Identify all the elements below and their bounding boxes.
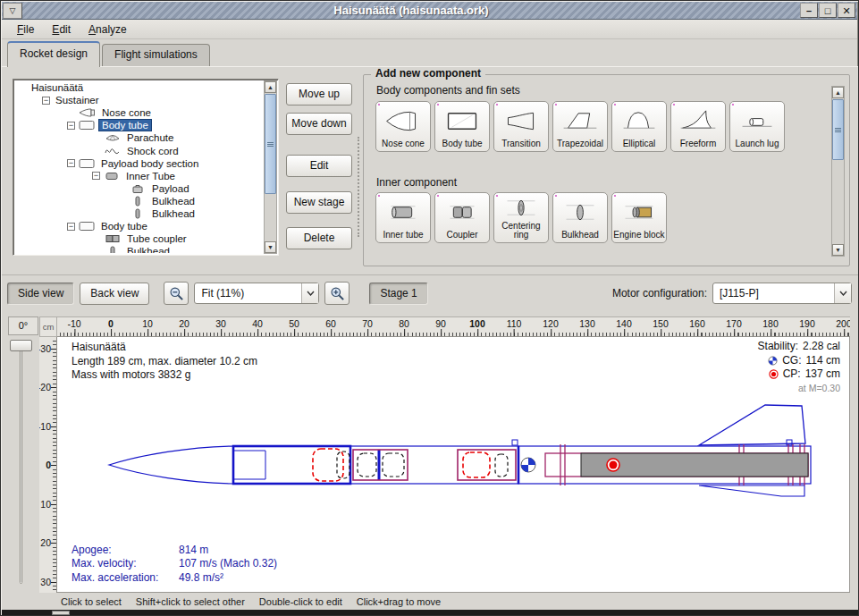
tree-item-payload[interactable]: Payload <box>15 182 263 195</box>
menu-file[interactable]: File <box>9 21 42 38</box>
freeform-icon <box>671 102 725 139</box>
tree-item-parachute[interactable]: Parachute <box>15 131 263 144</box>
tree-item-sustainer[interactable]: −Sustainer <box>15 94 263 106</box>
tree-scrollbar-thumb[interactable] <box>265 94 276 194</box>
expand-toggle[interactable]: − <box>67 122 75 130</box>
new-stage-button[interactable]: New stage <box>286 191 352 214</box>
add-transition-button[interactable]: Transition <box>493 101 549 152</box>
rocket-canvas[interactable]: Haisunäätä Length 189 cm, max. diameter … <box>57 337 850 593</box>
add-nose-cone-button[interactable]: Nose cone <box>375 101 431 152</box>
component-button-label: Inner tube <box>383 231 423 240</box>
expand-toggle[interactable]: − <box>67 159 75 167</box>
add-trapezoidal-button[interactable]: Trapezoidal <box>552 101 608 152</box>
nose-cone-shape[interactable] <box>109 446 233 484</box>
add-bulkhead-button[interactable]: Bulkhead <box>552 192 608 243</box>
tab-flight-simulations[interactable]: Flight simulations <box>102 44 210 66</box>
panel-splitter[interactable] <box>358 137 360 237</box>
body-tube-1[interactable] <box>233 446 350 484</box>
add-launch-lug-button[interactable]: Launch lug <box>729 101 785 152</box>
view-toolbar: Side view Back view Fit (11%) Stage 1 M <box>7 280 852 307</box>
motor-configuration-value: [J115-P] <box>713 287 834 300</box>
h-ruler-tick-110: 110 <box>507 318 522 329</box>
h-ruler-tick-150: 150 <box>653 318 669 329</box>
maximize-button[interactable]: □ <box>819 3 837 18</box>
inner-tube-contents-outline[interactable] <box>383 453 404 477</box>
stage-1-button[interactable]: Stage 1 <box>369 283 427 305</box>
shock-cord-2-outline[interactable] <box>495 454 508 477</box>
h-ruler-tick-140: 140 <box>616 318 632 329</box>
tree-item-body-tube[interactable]: −Body tube <box>15 119 263 131</box>
bulkhead-icon <box>129 208 147 219</box>
delete-button[interactable]: Delete <box>286 227 352 249</box>
expand-toggle[interactable]: − <box>42 97 50 105</box>
window-menu-button[interactable]: ▽ <box>3 3 22 19</box>
add-elliptical-button[interactable]: Elliptical <box>611 101 667 152</box>
add-coupler-button[interactable]: Coupler <box>434 192 490 243</box>
edit-button[interactable]: Edit <box>286 155 352 177</box>
fin-lower[interactable] <box>699 485 804 496</box>
rotation-slider-handle[interactable] <box>10 340 32 351</box>
motor-configuration-select[interactable]: [J115-P] <box>712 283 852 304</box>
component-panel-scrollbar-thumb[interactable] <box>832 99 844 160</box>
h-ruler-tick-160: 160 <box>689 318 705 329</box>
add-freeform-button[interactable]: Freeform <box>670 101 726 152</box>
tab-rocket-design[interactable]: Rocket design <box>7 41 100 67</box>
tree-item-label: Sustainer <box>53 95 102 105</box>
expand-toggle[interactable]: − <box>92 172 100 180</box>
body-components-label: Body components and fin sets <box>376 84 520 97</box>
zoom-in-icon <box>330 286 345 301</box>
zoom-in-button[interactable] <box>324 282 349 305</box>
view-panel: Side view Back view Fit (11%) Stage 1 M <box>2 274 859 593</box>
tree-item-bulkhead[interactable]: Bulkhead <box>15 195 263 207</box>
menu-analyze[interactable]: Analyze <box>80 21 135 38</box>
side-view-button[interactable]: Side view <box>7 283 74 305</box>
expand-toggle[interactable]: − <box>67 223 75 231</box>
tree-item-shock-cord[interactable]: Shock cord <box>15 144 263 156</box>
launch-lug-1[interactable] <box>512 440 518 445</box>
h-ruler-tick-10: 10 <box>142 318 153 329</box>
tree-item-bulkhead[interactable]: Bulkhead <box>15 207 263 220</box>
rocket-mass: Mass with motors 3832 g <box>72 368 257 383</box>
rotation-slider[interactable] <box>20 349 22 584</box>
scroll-up-icon[interactable]: ▲ <box>832 87 844 98</box>
add-engine-block-button[interactable]: Engine block <box>611 192 667 243</box>
tree-scrollbar[interactable]: ▲ ▼ <box>264 80 277 254</box>
maximize-icon: □ <box>825 6 831 15</box>
launch-lug-2[interactable] <box>787 440 792 445</box>
component-button-label: Centering ring <box>494 222 548 240</box>
payload-body-section[interactable] <box>350 446 518 484</box>
tree-item-inner-tube[interactable]: −Inner Tube <box>15 170 263 182</box>
h-ruler-tick-180: 180 <box>762 318 779 329</box>
add-body-tube-button[interactable]: Body tube <box>434 101 490 152</box>
tree-item-body-tube[interactable]: −Body tube <box>15 220 263 232</box>
tree-item-bulkhead[interactable]: Bulkhead <box>15 245 263 253</box>
minimize-button[interactable]: – <box>800 3 818 18</box>
zoom-select[interactable]: Fit (11%) <box>194 283 319 304</box>
scroll-down-icon[interactable]: ▼ <box>265 241 276 253</box>
tree-item-nose-cone[interactable]: Nose cone <box>15 106 263 119</box>
tree-item-tube-coupler[interactable]: Tube coupler <box>15 232 263 245</box>
scroll-up-icon[interactable]: ▲ <box>265 81 276 93</box>
add-inner-tube-button[interactable]: Inner tube <box>375 192 431 243</box>
close-button[interactable]: ✕ <box>838 3 855 18</box>
move-up-button[interactable]: Move up <box>286 83 352 105</box>
stability-label: Stability: <box>758 340 798 354</box>
zoom-out-button[interactable] <box>164 282 189 305</box>
component-panel-scrollbar[interactable]: ▲ ▼ <box>831 86 845 257</box>
tree-item-haisun-t-[interactable]: Haisunäätä <box>15 81 263 94</box>
resize-notch[interactable] <box>52 611 70 615</box>
add-centering-ring-button[interactable]: Centering ring <box>493 192 549 243</box>
rotation-readout: 0° <box>8 316 38 335</box>
payload-outline[interactable] <box>358 453 376 477</box>
move-down-button[interactable]: Move down <box>286 113 352 135</box>
nose-shoulder[interactable] <box>233 451 265 479</box>
back-view-button[interactable]: Back view <box>80 283 149 305</box>
component-button-label: Coupler <box>446 231 477 240</box>
menu-edit[interactable]: Edit <box>44 21 79 38</box>
fin-upper[interactable] <box>699 405 805 445</box>
tree-item-label: Bulkhead <box>149 196 198 207</box>
scroll-down-icon[interactable]: ▼ <box>832 244 844 256</box>
parachute-2-outline[interactable] <box>463 452 490 477</box>
tree-item-payload-body-section[interactable]: −Payload body section <box>15 157 263 170</box>
design-panel: Haisunäätä−SustainerNose cone−Body tubeP… <box>2 66 859 274</box>
